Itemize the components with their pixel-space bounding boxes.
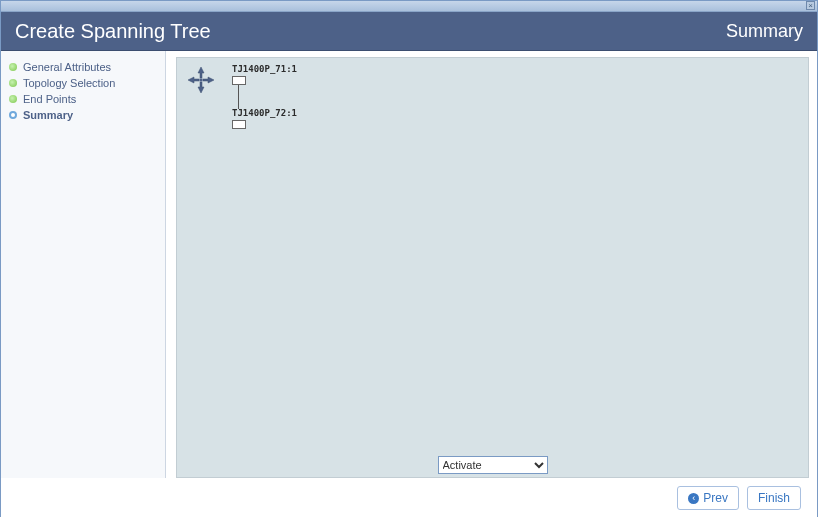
finish-button[interactable]: Finish: [747, 486, 801, 510]
finish-button-label: Finish: [758, 491, 790, 505]
wizard-step-label: End Points: [23, 93, 76, 105]
svg-marker-0: [198, 67, 204, 78]
wizard-step-end-points[interactable]: End Points: [9, 93, 157, 105]
dialog-body: General Attributes Topology Selection En…: [1, 51, 817, 478]
step-current-icon: [9, 111, 17, 119]
action-select[interactable]: Activate: [438, 456, 548, 474]
wizard-step-label: Summary: [23, 109, 73, 121]
svg-rect-4: [200, 79, 203, 82]
wizard-step-general-attributes[interactable]: General Attributes: [9, 61, 157, 73]
dialog-footer: ‹ Prev Finish: [1, 478, 817, 517]
wizard-step-label: Topology Selection: [23, 77, 115, 89]
topology-node[interactable]: TJ1400P_71:1: [232, 64, 302, 85]
device-icon: [232, 120, 246, 129]
wizard-step-summary[interactable]: Summary: [9, 109, 157, 121]
titlebar: ×: [1, 1, 817, 12]
canvas-footer: Activate: [177, 453, 808, 477]
step-complete-icon: [9, 63, 17, 71]
pan-control[interactable]: [187, 66, 215, 94]
arrow-left-icon: ‹: [688, 493, 699, 504]
wizard-step-label: General Attributes: [23, 61, 111, 73]
page-subtitle: Summary: [726, 21, 803, 42]
page-title: Create Spanning Tree: [15, 20, 211, 43]
pan-arrows-icon: [187, 66, 215, 94]
close-icon[interactable]: ×: [806, 1, 815, 10]
topology-link: [238, 85, 239, 109]
device-icon: [232, 76, 246, 85]
topology-canvas[interactable]: TJ1400P_71:1 TJ1400P_72:1 Activate: [176, 57, 809, 478]
topology-node-label: TJ1400P_71:1: [232, 64, 302, 74]
step-complete-icon: [9, 95, 17, 103]
step-complete-icon: [9, 79, 17, 87]
wizard-step-topology-selection[interactable]: Topology Selection: [9, 77, 157, 89]
svg-marker-3: [203, 77, 214, 83]
wizard-steps-sidebar: General Attributes Topology Selection En…: [1, 51, 166, 478]
svg-marker-1: [198, 82, 204, 93]
prev-button-label: Prev: [703, 491, 728, 505]
dialog-window: × Create Spanning Tree Summary General A…: [0, 0, 818, 517]
main-panel: TJ1400P_71:1 TJ1400P_72:1 Activate: [166, 51, 817, 478]
dialog-header: Create Spanning Tree Summary: [1, 12, 817, 51]
topology-node[interactable]: TJ1400P_72:1: [232, 108, 302, 129]
prev-button[interactable]: ‹ Prev: [677, 486, 739, 510]
svg-marker-2: [188, 77, 199, 83]
topology-node-label: TJ1400P_72:1: [232, 108, 302, 118]
